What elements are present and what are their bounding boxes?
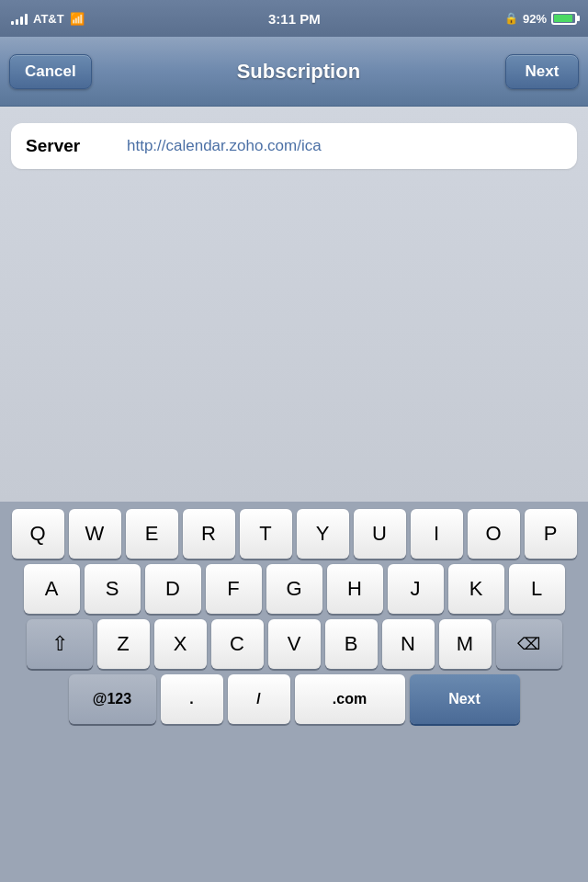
status-right: 🔒 92% <box>504 12 577 26</box>
key-r[interactable]: R <box>183 509 235 559</box>
content-area: Server http://calendar.zoho.com/ica <box>0 107 588 502</box>
key-b[interactable]: B <box>325 619 378 669</box>
status-left: AT&T 📶 <box>11 12 85 26</box>
key-g[interactable]: G <box>266 564 322 614</box>
num-key[interactable]: @123 <box>69 674 156 724</box>
key-v[interactable]: V <box>268 619 321 669</box>
server-label: Server <box>26 136 127 156</box>
key-j[interactable]: J <box>388 564 444 614</box>
key-n[interactable]: N <box>382 619 435 669</box>
battery-container <box>551 12 577 25</box>
key-k[interactable]: K <box>448 564 504 614</box>
key-x[interactable]: X <box>154 619 207 669</box>
keyboard-row-4: @123 . / .com Next <box>5 674 583 724</box>
key-q[interactable]: Q <box>12 509 64 559</box>
server-value-input[interactable]: http://calendar.zoho.com/ica <box>127 137 562 155</box>
keyboard: Q W E R T Y U I O P A S D F G H J K L ⇧ … <box>0 502 588 882</box>
key-a[interactable]: A <box>24 564 80 614</box>
key-p[interactable]: P <box>525 509 577 559</box>
keyboard-row-2: A S D F G H J K L <box>5 564 583 614</box>
signal-bars <box>11 12 28 25</box>
backspace-key[interactable]: ⌫ <box>496 619 562 669</box>
status-bar: AT&T 📶 3:11 PM 🔒 92% <box>0 0 588 37</box>
battery-fill <box>554 15 572 22</box>
dotcom-key[interactable]: .com <box>295 674 405 724</box>
server-row: Server http://calendar.zoho.com/ica <box>11 123 577 169</box>
page-title: Subscription <box>237 60 360 84</box>
key-d[interactable]: D <box>145 564 201 614</box>
cancel-button[interactable]: Cancel <box>9 54 92 89</box>
key-e[interactable]: E <box>126 509 178 559</box>
key-w[interactable]: W <box>69 509 121 559</box>
key-i[interactable]: I <box>411 509 463 559</box>
keyboard-row-1: Q W E R T Y U I O P <box>5 509 583 559</box>
shift-key[interactable]: ⇧ <box>27 619 93 669</box>
signal-bar-3 <box>20 17 23 25</box>
battery-icon <box>551 12 577 25</box>
signal-bar-2 <box>16 19 18 25</box>
lock-icon: 🔒 <box>504 12 518 25</box>
time-label: 3:11 PM <box>268 11 321 27</box>
signal-bar-1 <box>11 21 14 25</box>
wifi-icon: 📶 <box>70 12 85 26</box>
key-c[interactable]: C <box>211 619 264 669</box>
key-o[interactable]: O <box>468 509 520 559</box>
key-t[interactable]: T <box>240 509 292 559</box>
nav-bar: Cancel Subscription Next <box>0 37 588 107</box>
next-button-keyboard[interactable]: Next <box>410 674 520 724</box>
key-y[interactable]: Y <box>297 509 349 559</box>
key-s[interactable]: S <box>85 564 141 614</box>
key-h[interactable]: H <box>327 564 383 614</box>
dot-key[interactable]: . <box>161 674 223 724</box>
key-m[interactable]: M <box>439 619 492 669</box>
battery-percent: 92% <box>523 12 547 26</box>
key-f[interactable]: F <box>206 564 262 614</box>
key-l[interactable]: L <box>509 564 565 614</box>
key-u[interactable]: U <box>354 509 406 559</box>
carrier-label: AT&T <box>33 12 64 26</box>
slash-key[interactable]: / <box>228 674 290 724</box>
key-z[interactable]: Z <box>97 619 150 669</box>
signal-bar-4 <box>25 14 28 25</box>
next-button-top[interactable]: Next <box>505 54 579 89</box>
keyboard-row-3: ⇧ Z X C V B N M ⌫ <box>5 619 583 669</box>
